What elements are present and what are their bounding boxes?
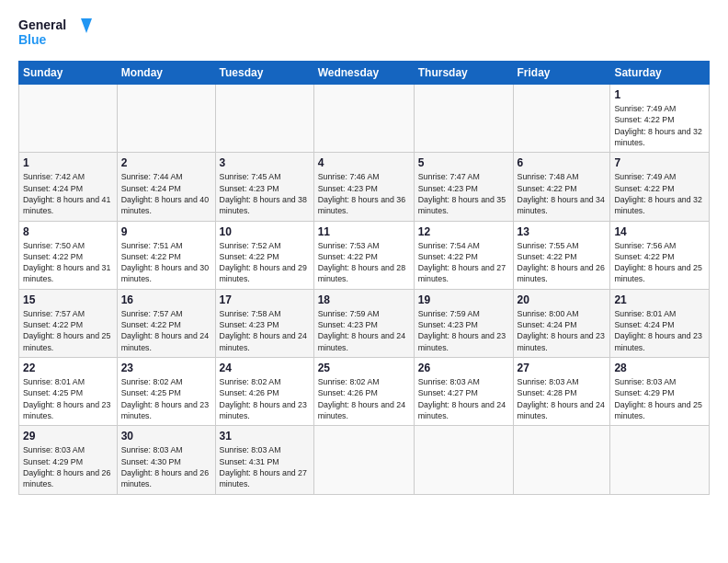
calendar-week-row: 15Sunrise: 7:57 AMSunset: 4:22 PMDayligh… bbox=[19, 289, 710, 357]
calendar-cell: 11Sunrise: 7:53 AMSunset: 4:22 PMDayligh… bbox=[313, 221, 414, 289]
calendar-week-row: 22Sunrise: 8:01 AMSunset: 4:25 PMDayligh… bbox=[19, 358, 710, 426]
calendar-cell bbox=[513, 426, 610, 494]
day-number: 29 bbox=[23, 430, 113, 442]
day-number: 15 bbox=[23, 293, 113, 306]
calendar-cell: 22Sunrise: 8:01 AMSunset: 4:25 PMDayligh… bbox=[19, 358, 118, 426]
day-number: 7 bbox=[614, 156, 705, 169]
day-detail: Sunrise: 7:59 AMSunset: 4:23 PMDaylight:… bbox=[318, 308, 410, 353]
day-number: 13 bbox=[518, 225, 607, 238]
calendar-cell: 1Sunrise: 7:42 AMSunset: 4:24 PMDaylight… bbox=[19, 153, 118, 221]
calendar-cell: 6Sunrise: 7:48 AMSunset: 4:22 PMDaylight… bbox=[513, 153, 610, 221]
calendar-cell: 31Sunrise: 8:03 AMSunset: 4:31 PMDayligh… bbox=[215, 426, 313, 494]
day-number: 19 bbox=[418, 293, 509, 306]
calendar-cell: 13Sunrise: 7:55 AMSunset: 4:22 PMDayligh… bbox=[513, 221, 610, 289]
day-detail: Sunrise: 7:53 AMSunset: 4:22 PMDaylight:… bbox=[318, 240, 410, 285]
day-detail: Sunrise: 7:54 AMSunset: 4:22 PMDaylight:… bbox=[418, 240, 509, 285]
calendar-cell: 9Sunrise: 7:51 AMSunset: 4:22 PMDaylight… bbox=[117, 221, 215, 289]
svg-text:General: General bbox=[18, 17, 66, 32]
calendar-cell bbox=[19, 85, 118, 153]
day-number: 8 bbox=[23, 225, 113, 238]
calendar-cell: 16Sunrise: 7:57 AMSunset: 4:22 PMDayligh… bbox=[117, 289, 215, 357]
logo-svg: General Blue bbox=[18, 15, 92, 52]
day-number: 9 bbox=[121, 225, 211, 238]
svg-marker-2 bbox=[81, 18, 92, 33]
calendar-week-row: 29Sunrise: 8:03 AMSunset: 4:29 PMDayligh… bbox=[19, 426, 710, 494]
calendar-cell: 23Sunrise: 8:02 AMSunset: 4:25 PMDayligh… bbox=[117, 358, 215, 426]
day-detail: Sunrise: 7:57 AMSunset: 4:22 PMDaylight:… bbox=[121, 308, 211, 353]
day-number: 27 bbox=[518, 362, 607, 374]
day-number: 11 bbox=[318, 225, 410, 238]
day-detail: Sunrise: 7:55 AMSunset: 4:22 PMDaylight:… bbox=[518, 240, 607, 285]
day-detail: Sunrise: 7:42 AMSunset: 4:24 PMDaylight:… bbox=[23, 171, 113, 216]
calendar-cell: 7Sunrise: 7:49 AMSunset: 4:22 PMDaylight… bbox=[610, 153, 710, 221]
calendar-cell: 8Sunrise: 7:50 AMSunset: 4:22 PMDaylight… bbox=[19, 221, 118, 289]
calendar-cell bbox=[313, 85, 414, 153]
calendar-cell: 25Sunrise: 8:02 AMSunset: 4:26 PMDayligh… bbox=[313, 358, 414, 426]
calendar-cell: 14Sunrise: 7:56 AMSunset: 4:22 PMDayligh… bbox=[610, 221, 710, 289]
calendar-cell: 20Sunrise: 8:00 AMSunset: 4:24 PMDayligh… bbox=[513, 289, 610, 357]
day-number: 14 bbox=[614, 225, 705, 238]
calendar-cell bbox=[610, 426, 710, 494]
day-detail: Sunrise: 7:50 AMSunset: 4:22 PMDaylight:… bbox=[23, 240, 113, 285]
calendar-cell bbox=[414, 426, 513, 494]
day-number: 2 bbox=[121, 156, 211, 169]
calendar-table: SundayMondayTuesdayWednesdayThursdayFrid… bbox=[18, 61, 710, 495]
col-header-thursday: Thursday bbox=[414, 62, 513, 85]
calendar-cell bbox=[414, 85, 513, 153]
col-header-tuesday: Tuesday bbox=[215, 62, 313, 85]
day-detail: Sunrise: 7:46 AMSunset: 4:23 PMDaylight:… bbox=[318, 171, 410, 216]
day-number: 21 bbox=[614, 293, 705, 306]
calendar-cell bbox=[215, 85, 313, 153]
day-number: 6 bbox=[518, 156, 607, 169]
day-detail: Sunrise: 8:02 AMSunset: 4:26 PMDaylight:… bbox=[220, 376, 310, 421]
calendar-week-row: 1Sunrise: 7:42 AMSunset: 4:24 PMDaylight… bbox=[19, 153, 710, 221]
day-detail: Sunrise: 8:03 AMSunset: 4:28 PMDaylight:… bbox=[518, 376, 607, 421]
day-number: 16 bbox=[121, 293, 211, 306]
day-detail: Sunrise: 8:01 AMSunset: 4:24 PMDaylight:… bbox=[614, 308, 705, 353]
day-detail: Sunrise: 7:51 AMSunset: 4:22 PMDaylight:… bbox=[121, 240, 211, 285]
day-number: 25 bbox=[318, 362, 410, 374]
day-detail: Sunrise: 7:45 AMSunset: 4:23 PMDaylight:… bbox=[220, 171, 310, 216]
calendar-cell: 12Sunrise: 7:54 AMSunset: 4:22 PMDayligh… bbox=[414, 221, 513, 289]
calendar-cell: 28Sunrise: 8:03 AMSunset: 4:29 PMDayligh… bbox=[610, 358, 710, 426]
day-detail: Sunrise: 8:03 AMSunset: 4:29 PMDaylight:… bbox=[614, 376, 705, 421]
calendar-cell: 15Sunrise: 7:57 AMSunset: 4:22 PMDayligh… bbox=[19, 289, 118, 357]
day-detail: Sunrise: 7:49 AMSunset: 4:22 PMDaylight:… bbox=[614, 171, 705, 216]
page: General Blue SundayMondayTuesdayWednesda… bbox=[0, 0, 728, 563]
day-detail: Sunrise: 7:49 AMSunset: 4:22 PMDaylight:… bbox=[614, 103, 705, 148]
day-number: 30 bbox=[121, 430, 211, 442]
svg-text:Blue: Blue bbox=[18, 32, 47, 47]
col-header-monday: Monday bbox=[117, 62, 215, 85]
day-detail: Sunrise: 7:44 AMSunset: 4:24 PMDaylight:… bbox=[121, 171, 211, 216]
calendar-cell: 19Sunrise: 7:59 AMSunset: 4:23 PMDayligh… bbox=[414, 289, 513, 357]
calendar-cell: 1Sunrise: 7:49 AMSunset: 4:22 PMDaylight… bbox=[610, 85, 710, 153]
calendar-cell: 5Sunrise: 7:47 AMSunset: 4:23 PMDaylight… bbox=[414, 153, 513, 221]
day-detail: Sunrise: 8:03 AMSunset: 4:31 PMDaylight:… bbox=[220, 444, 310, 489]
calendar-cell: 18Sunrise: 7:59 AMSunset: 4:23 PMDayligh… bbox=[313, 289, 414, 357]
day-detail: Sunrise: 7:57 AMSunset: 4:22 PMDaylight:… bbox=[23, 308, 113, 353]
day-number: 18 bbox=[318, 293, 410, 306]
calendar-cell: 30Sunrise: 8:03 AMSunset: 4:30 PMDayligh… bbox=[117, 426, 215, 494]
calendar-cell: 3Sunrise: 7:45 AMSunset: 4:23 PMDaylight… bbox=[215, 153, 313, 221]
col-header-wednesday: Wednesday bbox=[313, 62, 414, 85]
calendar-cell: 27Sunrise: 8:03 AMSunset: 4:28 PMDayligh… bbox=[513, 358, 610, 426]
calendar-cell: 29Sunrise: 8:03 AMSunset: 4:29 PMDayligh… bbox=[19, 426, 118, 494]
logo: General Blue bbox=[18, 15, 92, 52]
day-detail: Sunrise: 7:58 AMSunset: 4:23 PMDaylight:… bbox=[220, 308, 310, 353]
calendar-cell: 21Sunrise: 8:01 AMSunset: 4:24 PMDayligh… bbox=[610, 289, 710, 357]
day-number: 1 bbox=[614, 88, 705, 101]
day-detail: Sunrise: 8:03 AMSunset: 4:30 PMDaylight:… bbox=[121, 444, 211, 489]
header: General Blue bbox=[18, 15, 710, 52]
calendar-header-row: SundayMondayTuesdayWednesdayThursdayFrid… bbox=[19, 62, 710, 85]
day-detail: Sunrise: 8:00 AMSunset: 4:24 PMDaylight:… bbox=[518, 308, 607, 353]
day-number: 22 bbox=[23, 362, 113, 374]
day-detail: Sunrise: 7:48 AMSunset: 4:22 PMDaylight:… bbox=[518, 171, 607, 216]
day-detail: Sunrise: 8:03 AMSunset: 4:27 PMDaylight:… bbox=[418, 376, 509, 421]
calendar-cell: 2Sunrise: 7:44 AMSunset: 4:24 PMDaylight… bbox=[117, 153, 215, 221]
col-header-sunday: Sunday bbox=[19, 62, 118, 85]
calendar-cell: 26Sunrise: 8:03 AMSunset: 4:27 PMDayligh… bbox=[414, 358, 513, 426]
day-number: 28 bbox=[614, 362, 705, 374]
day-number: 4 bbox=[318, 156, 410, 169]
day-detail: Sunrise: 8:02 AMSunset: 4:25 PMDaylight:… bbox=[121, 376, 211, 421]
day-number: 1 bbox=[23, 156, 113, 169]
